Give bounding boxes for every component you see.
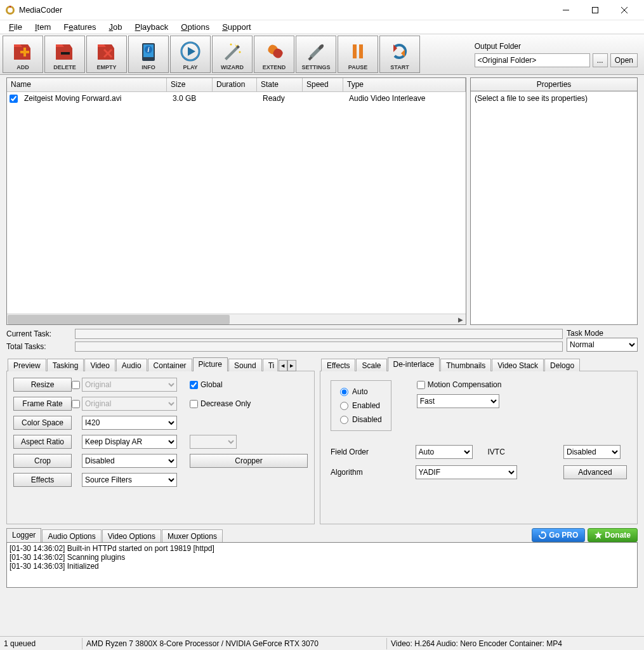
global-check[interactable] bbox=[190, 381, 198, 389]
motion-comp-check[interactable] bbox=[417, 381, 425, 389]
resize-check[interactable] bbox=[72, 381, 80, 389]
horizontal-scrollbar[interactable]: ▶ bbox=[7, 314, 466, 324]
algorithm-select[interactable]: YADIF bbox=[416, 465, 517, 479]
menu-support[interactable]: Support bbox=[217, 21, 256, 33]
frame-rate-button[interactable]: Frame Rate bbox=[13, 397, 72, 411]
tab-sound[interactable]: Sound bbox=[228, 359, 262, 371]
menu-file[interactable]: File bbox=[4, 21, 27, 33]
tab-video-options[interactable]: Video Options bbox=[102, 529, 161, 542]
motion-comp-select[interactable]: Fast bbox=[417, 394, 499, 408]
extend-button[interactable]: EXTEND bbox=[254, 36, 294, 73]
menu-job[interactable]: Job bbox=[104, 21, 128, 33]
aspect-ratio-extra-select[interactable] bbox=[190, 435, 237, 449]
tab-tasking[interactable]: Tasking bbox=[47, 359, 84, 371]
task-mode-select[interactable]: Normal bbox=[567, 338, 638, 352]
open-button[interactable]: Open bbox=[610, 53, 638, 67]
status-encoder: Video: H.264 Audio: Nero Encoder Contain… bbox=[387, 638, 644, 649]
frame-rate-check[interactable] bbox=[72, 400, 80, 408]
total-tasks-progress bbox=[75, 342, 563, 352]
file-list[interactable]: Name Size Duration State Speed Type Zeit… bbox=[6, 77, 466, 325]
properties-header: Properties bbox=[470, 77, 638, 91]
svg-point-16 bbox=[239, 51, 241, 53]
crop-select[interactable]: Disabled bbox=[82, 454, 177, 468]
col-speed[interactable]: Speed bbox=[303, 78, 343, 91]
wizard-button[interactable]: WIZARD bbox=[212, 36, 253, 73]
menu-options[interactable]: Options bbox=[176, 21, 214, 33]
radio-enabled[interactable]: Enabled bbox=[340, 401, 382, 410]
ivtc-select[interactable]: Disabled bbox=[563, 445, 621, 459]
radio-auto[interactable]: Auto bbox=[340, 387, 382, 396]
tab-preview[interactable]: Preview bbox=[8, 359, 46, 371]
tab-audio-options[interactable]: Audio Options bbox=[42, 529, 101, 542]
resize-select[interactable]: Original bbox=[82, 378, 177, 392]
frame-rate-select[interactable]: Original bbox=[82, 397, 177, 411]
browse-button[interactable]: ... bbox=[593, 53, 608, 67]
donate-button[interactable]: Donate bbox=[588, 528, 638, 542]
col-size[interactable]: Size bbox=[167, 78, 213, 91]
minimize-button[interactable] bbox=[551, 0, 581, 20]
crop-button[interactable]: Crop bbox=[13, 454, 72, 468]
col-duration[interactable]: Duration bbox=[213, 78, 257, 91]
tab-scroll-right[interactable]: ► bbox=[287, 360, 296, 371]
advanced-button[interactable]: Advanced bbox=[563, 465, 627, 479]
tab-logger[interactable]: Logger bbox=[6, 528, 41, 542]
empty-label: EMPTY bbox=[96, 64, 116, 72]
row-checkbox[interactable] bbox=[10, 95, 18, 103]
aspect-ratio-select[interactable]: Keep Display AR bbox=[82, 435, 177, 449]
col-type[interactable]: Type bbox=[343, 78, 466, 91]
tab-deinterlace[interactable]: De-interlace bbox=[388, 357, 440, 371]
tab-delogo[interactable]: Delogo bbox=[544, 359, 580, 371]
svg-rect-21 bbox=[359, 44, 363, 58]
tab-thumbnails[interactable]: Thumbnails bbox=[440, 359, 491, 371]
output-folder-input[interactable] bbox=[475, 53, 590, 67]
settings-button[interactable]: SETTINGS bbox=[296, 36, 336, 73]
info-label: INFO bbox=[141, 64, 155, 72]
col-name[interactable]: Name bbox=[7, 78, 167, 91]
col-state[interactable]: State bbox=[257, 78, 303, 91]
start-button[interactable]: START bbox=[379, 36, 420, 73]
delete-button[interactable]: DELETE bbox=[44, 36, 85, 73]
color-space-button[interactable]: Color Space bbox=[13, 416, 72, 430]
add-button[interactable]: ADD bbox=[3, 36, 43, 73]
effects-button[interactable]: Effects bbox=[13, 473, 72, 487]
tab-scale[interactable]: Scale bbox=[356, 359, 386, 371]
go-pro-button[interactable]: Go PRO bbox=[532, 528, 585, 542]
maximize-button[interactable] bbox=[581, 0, 610, 20]
log-box[interactable]: [01-30 14:36:02] Built-in HTTPd started … bbox=[6, 542, 638, 588]
field-order-select[interactable]: Auto bbox=[416, 445, 473, 459]
resize-button[interactable]: Resize bbox=[13, 378, 72, 392]
close-button[interactable] bbox=[610, 0, 639, 20]
tab-picture[interactable]: Picture bbox=[193, 357, 228, 371]
tab-scroll-left[interactable]: ◄ bbox=[279, 360, 287, 371]
play-button[interactable]: PLAY bbox=[170, 36, 211, 73]
global-check-row[interactable]: Global bbox=[190, 380, 308, 389]
tab-video-stack[interactable]: Video Stack bbox=[492, 359, 544, 371]
task-mode-label: Task Mode bbox=[567, 329, 638, 338]
radio-disabled[interactable]: Disabled bbox=[340, 415, 382, 424]
menu-features[interactable]: Features bbox=[58, 21, 101, 33]
pause-button[interactable]: PAUSE bbox=[338, 36, 378, 73]
tab-audio[interactable]: Audio bbox=[116, 359, 147, 371]
tab-effects[interactable]: Effects bbox=[321, 359, 355, 371]
effects-select[interactable]: Source Filters bbox=[82, 473, 177, 487]
table-row[interactable]: Zeitgeist Moving Forward.avi 3.0 GB Read… bbox=[7, 92, 466, 105]
tab-video[interactable]: Video bbox=[84, 359, 115, 371]
cropper-button[interactable]: Cropper bbox=[190, 454, 308, 468]
menu-playback[interactable]: Playback bbox=[130, 21, 174, 33]
statusbar: 1 queued AMD Ryzen 7 3800X 8-Core Proces… bbox=[0, 636, 644, 650]
info-button[interactable]: iINFO bbox=[128, 36, 169, 73]
decrease-only-row[interactable]: Decrease Only bbox=[190, 399, 308, 408]
aspect-ratio-button[interactable]: Aspect Ratio bbox=[13, 435, 72, 449]
empty-button[interactable]: EMPTY bbox=[86, 36, 127, 73]
tab-container[interactable]: Container bbox=[148, 359, 192, 371]
color-space-select[interactable]: I420 bbox=[82, 416, 177, 430]
pause-label: PAUSE bbox=[348, 64, 367, 72]
status-queued: 1 queued bbox=[0, 638, 82, 649]
tab-muxer-options[interactable]: Muxer Options bbox=[162, 529, 223, 542]
decrease-only-check[interactable] bbox=[190, 400, 198, 408]
motion-comp-row[interactable]: Motion Compensation bbox=[417, 380, 502, 389]
current-task-label: Current Task: bbox=[6, 329, 71, 338]
menu-item[interactable]: Item bbox=[30, 21, 56, 33]
cell-speed bbox=[305, 98, 345, 99]
tab-time-truncated[interactable]: Ti bbox=[263, 359, 278, 371]
